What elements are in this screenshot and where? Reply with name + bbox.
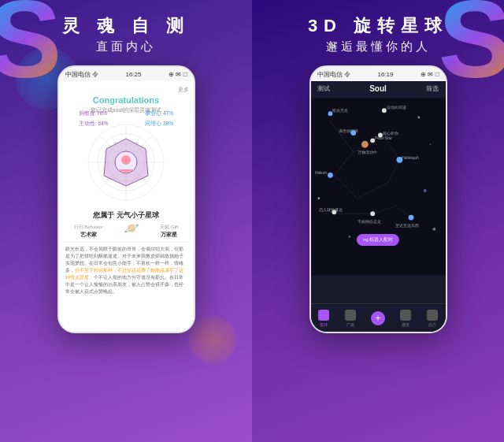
planet-row: 行归 Behavior 艺术家 🪐 天赋.Gift 万家星: [64, 224, 189, 239]
nav-item-add[interactable]: +: [371, 311, 385, 325]
right-sub-title: 邂逅最懂你的人: [308, 39, 448, 54]
right-status-icons: ⊕ ✉ □: [421, 71, 439, 78]
right-phone-mockup: 中国电信 令 16:19 ⊕ ✉ □ 测试 Soul 筛选: [309, 65, 447, 333]
svg-text:Pearl Star: Pearl Star: [375, 136, 392, 140]
divider: [64, 242, 189, 243]
nav-item-me[interactable]: 自己: [427, 310, 438, 327]
add-nav-icon: +: [371, 311, 385, 325]
svg-text:恋人就快爆远: 恋人就快爆远: [317, 207, 342, 212]
left-panel: S 灵 魂 自 测 直面内心 中国电信 令 16:25 ⊕ ✉ □ 更多 Con…: [0, 0, 252, 442]
right-panel: S 3D 旋转星球 邂逅最懂你的人 中国电信 令 16:19 ⊕ ✉ □ 测试 …: [252, 0, 504, 442]
right-status-bar: 中国电信 令 16:19 ⊕ ✉ □: [311, 67, 446, 81]
right-phone-header: 测试 Soul 筛选: [311, 81, 446, 96]
planet-icon: 🪐: [124, 221, 139, 239]
header-filter-label[interactable]: 筛选: [426, 84, 439, 93]
svg-point-46: [317, 197, 320, 199]
behavior-value: 艺术家: [74, 231, 103, 239]
svg-text:暗光无名: 暗光无名: [332, 108, 348, 113]
radar-chart: 主动性: 64% 同理心 38% 洞察度 78% 事业心 47%: [79, 119, 173, 206]
notify-nav-icon: [400, 310, 411, 321]
svg-point-30: [328, 173, 333, 178]
svg-point-48: [348, 236, 350, 238]
radar-label-tl: 主动性: 64%: [79, 121, 109, 128]
right-panel-title: 3D 旋转星球 邂逅最懂你的人: [308, 14, 448, 54]
svg-text:万物流动中: 万物流动中: [357, 150, 376, 154]
congratulations-text: Congratulations: [64, 95, 189, 105]
radar-svg: [79, 119, 173, 206]
svg-text:满世倾眼眸: 满世倾眼眸: [339, 128, 358, 133]
s-logo-left: S: [0, 0, 61, 95]
right-phone-content: 测试 Soul 筛选: [311, 81, 446, 332]
svg-point-42: [408, 215, 413, 221]
svg-text:至近至远东西: 至近至远东西: [395, 223, 419, 228]
square-nav-icon: [345, 310, 356, 321]
nav-label-notify: 通灵: [402, 322, 410, 327]
svg-point-47: [423, 189, 426, 192]
behavior-label: 行归 Behavior: [74, 224, 103, 231]
left-main-title: 灵 魂 自 测: [62, 14, 190, 38]
radar-label-br: 事业心 47%: [145, 110, 173, 117]
description: 眼光长远，不会局限于眼前的哥哥，会偶尔犯大病，但那是为了把饼吃到酥脆逼道。对于未…: [64, 246, 189, 295]
left-phone-content: 更多 Congratulations 您已完成soul的深层灵魂测试 主动性: …: [59, 81, 194, 332]
right-status-time: 16:19: [377, 71, 393, 78]
svg-text:不如独自走走: 不如独自走走: [357, 219, 380, 224]
star-map-svg: 暗光无名 自动向前进 满世倾眼眸 Pearl Star Helium Halle…: [311, 96, 446, 277]
nav-item-square[interactable]: 广场: [345, 310, 356, 327]
planet-nav-icon: [318, 310, 329, 321]
left-status-time: 16:25: [125, 71, 141, 78]
svg-text:超心距你: 超心距你: [382, 131, 398, 136]
right-status-carrier: 中国电信 令: [317, 70, 350, 79]
left-status-carrier: 中国电信 令: [65, 70, 98, 79]
svg-point-50: [432, 228, 435, 231]
svg-point-40: [370, 211, 375, 216]
nav-label-me: 自己: [428, 322, 436, 327]
planet-belong: 您属于 元气小子星球: [64, 210, 189, 221]
gift-value: 万家星: [160, 231, 178, 239]
left-panel-title: 灵 魂 自 测 直面内心: [62, 14, 190, 54]
svg-text:Hallelujah: Hallelujah: [402, 156, 419, 160]
bottom-nav: 星球 广场 + 通灵 自己: [311, 303, 446, 332]
planet-info: 您属于 元气小子星球 行归 Behavior 艺术家 🪐 天赋.Gift 万家星: [64, 210, 189, 239]
me-nav-icon: [427, 310, 438, 321]
right-main-title: 3D 旋转星球: [308, 14, 448, 38]
header-soul-title: Soul: [369, 84, 387, 93]
star-map: 暗光无名 自动向前进 满世倾眼眸 Pearl Star Helium Halle…: [311, 96, 446, 277]
left-status-icons: ⊕ ✉ □: [169, 71, 187, 78]
nav-label-planet: 星球: [320, 322, 328, 327]
radar-label-tr: 同理心 38%: [145, 121, 173, 128]
svg-point-45: [429, 143, 431, 145]
blob-decoration-2: [189, 316, 236, 363]
nav-label-square: 广场: [346, 322, 354, 327]
left-phone-mockup: 中国电信 令 16:25 ⊕ ✉ □ 更多 Congratulations 您已…: [57, 65, 195, 333]
chat-bubble: ng 机器人配对: [357, 234, 399, 246]
left-status-bar: 中国电信 令 16:25 ⊕ ✉ □: [59, 67, 194, 81]
svg-text:自动向前进: 自动向前进: [386, 105, 406, 110]
svg-rect-11: [311, 98, 446, 276]
radar-label-bl: 洞察度 78%: [79, 110, 107, 117]
left-sub-title: 直面内心: [62, 39, 190, 54]
svg-text:Helium: Helium: [314, 171, 326, 175]
svg-point-44: [417, 117, 420, 119]
more-label[interactable]: 更多: [64, 86, 189, 94]
nav-item-planet[interactable]: 星球: [318, 310, 329, 327]
gift-label: 天赋.Gift: [160, 224, 178, 231]
svg-point-34: [361, 141, 369, 148]
gift-col: 天赋.Gift 万家星: [160, 224, 178, 239]
behavior-col: 行归 Behavior 艺术家: [74, 224, 103, 239]
nav-item-notify[interactable]: 通灵: [400, 310, 411, 327]
svg-point-10: [121, 155, 131, 165]
header-test-label[interactable]: 测试: [317, 84, 330, 93]
